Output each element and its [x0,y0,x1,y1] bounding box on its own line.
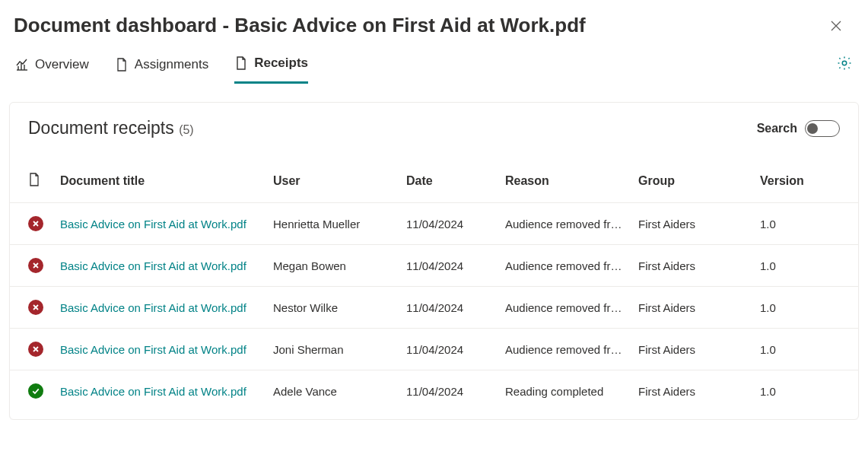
receipts-panel: Document receipts (5) Search Document ti… [9,102,859,420]
document-link[interactable]: Basic Advice on First Aid at Work.pdf [60,259,246,272]
error-icon [28,342,43,357]
cell-group: First Aiders [634,370,755,412]
cell-date: 11/04/2024 [402,370,501,412]
cell-group: First Aiders [634,329,755,370]
tab-bar: Overview Assignments Receipts [14,45,308,84]
cell-version: 1.0 [755,329,858,370]
col-user[interactable]: User [269,160,402,203]
cell-reason: Reading completed [501,370,634,412]
cell-reason: Audience removed fr… [501,287,634,329]
document-link[interactable]: Basic Advice on First Aid at Work.pdf [60,343,246,356]
error-icon [28,216,43,231]
tab-overview-label: Overview [35,57,89,72]
col-status[interactable] [10,160,56,203]
cell-date: 11/04/2024 [402,329,501,370]
close-icon [830,20,842,32]
cell-group: First Aiders [634,203,755,245]
table-row: Basic Advice on First Aid at Work.pdfAde… [10,370,858,412]
cell-user: Nestor Wilke [269,287,402,329]
document-link[interactable]: Basic Advice on First Aid at Work.pdf [60,301,246,314]
cell-user: Henrietta Mueller [269,203,402,245]
cell-reason: Audience removed fr… [501,245,634,287]
tab-assignments[interactable]: Assignments [115,56,208,84]
document-icon [234,56,248,70]
close-button[interactable] [825,15,847,37]
error-icon [28,258,43,273]
chart-icon [15,58,29,72]
search-toggle[interactable] [805,120,840,137]
col-title[interactable]: Document title [56,160,269,203]
document-icon [28,173,40,186]
col-group[interactable]: Group [634,160,755,203]
col-reason[interactable]: Reason [501,160,634,203]
page-title: Document dashboard - Basic Advice on Fir… [14,14,586,37]
cell-date: 11/04/2024 [402,203,501,245]
cell-group: First Aiders [634,287,755,329]
panel-title: Document receipts (5) [28,118,194,138]
receipts-table: Document title User Date Reason Group Ve… [10,160,858,412]
svg-point-0 [842,61,847,65]
cell-group: First Aiders [634,245,755,287]
tab-assignments-label: Assignments [135,57,208,72]
receipt-count: (5) [179,123,194,136]
cell-reason: Audience removed fr… [501,203,634,245]
document-icon [115,58,129,72]
check-icon [28,383,43,399]
cell-user: Joni Sherman [269,329,402,370]
cell-version: 1.0 [755,245,858,287]
tab-receipts-label: Receipts [254,56,308,71]
cell-version: 1.0 [755,203,858,245]
panel-title-text: Document receipts [28,118,174,138]
document-link[interactable]: Basic Advice on First Aid at Work.pdf [60,385,246,398]
cell-version: 1.0 [755,287,858,329]
toggle-knob [807,123,818,134]
cell-reason: Audience removed fr… [501,329,634,370]
cell-date: 11/04/2024 [402,287,501,329]
search-label: Search [757,122,797,135]
col-date[interactable]: Date [402,160,501,203]
tab-receipts[interactable]: Receipts [234,56,308,84]
table-row: Basic Advice on First Aid at Work.pdfNes… [10,287,858,329]
col-version[interactable]: Version [755,160,858,203]
cell-user: Adele Vance [269,370,402,412]
cell-date: 11/04/2024 [402,245,501,287]
table-row: Basic Advice on First Aid at Work.pdfJon… [10,329,858,370]
cell-version: 1.0 [755,370,858,412]
cell-user: Megan Bowen [269,245,402,287]
tab-overview[interactable]: Overview [15,56,89,84]
gear-icon [836,55,853,72]
table-row: Basic Advice on First Aid at Work.pdfHen… [10,203,858,245]
table-row: Basic Advice on First Aid at Work.pdfMeg… [10,245,858,287]
document-link[interactable]: Basic Advice on First Aid at Work.pdf [60,218,246,230]
settings-button[interactable] [836,55,853,75]
error-icon [28,300,43,315]
